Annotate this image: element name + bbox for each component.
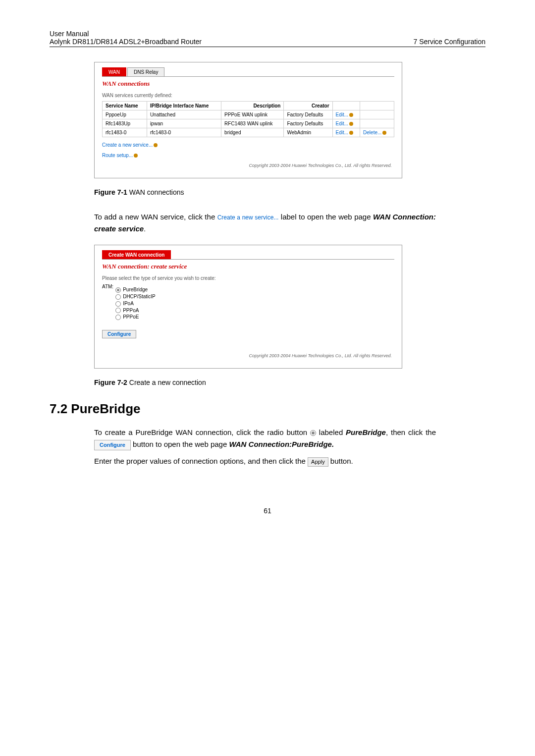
atm-option-label: PPPoE xyxy=(123,314,139,320)
table-cell xyxy=(360,119,394,128)
tab-dns-relay[interactable]: DNS Relay xyxy=(127,67,164,76)
p3-t2: button. xyxy=(328,457,353,465)
create-new-service-link[interactable]: Create a new service... xyxy=(102,142,153,148)
table-cell: rfc1483-0 xyxy=(103,128,147,137)
table-cell: Rfc1483Up xyxy=(103,119,147,128)
atm-option[interactable]: DHCP/StaticIP xyxy=(115,294,156,300)
atm-option-label: PureBridge xyxy=(123,287,148,292)
table-row: Rfc1483UpipwanRFC1483 WAN uplinkFactory … xyxy=(103,119,394,128)
copyright-text: Copyright 2003-2004 Huawei Technologies … xyxy=(249,163,392,168)
header-right: 7 Service Configuration xyxy=(413,38,485,46)
table-cell[interactable]: Edit... xyxy=(332,110,360,119)
link-icon xyxy=(349,113,353,117)
table-header-row: Service Name IP/Bridge Interface Name De… xyxy=(103,102,394,110)
table-cell: rfc1483-0 xyxy=(147,128,221,137)
table-cell: Factory Defaults xyxy=(284,119,332,128)
p1-pre: To add a new WAN service, click the xyxy=(94,213,217,221)
col-description: Description xyxy=(221,102,284,110)
atm-option[interactable]: PPPoE xyxy=(115,314,156,320)
col-creator: Creator xyxy=(284,102,332,110)
header-line1: User Manual xyxy=(50,30,202,38)
copyright-text-2: Copyright 2003-2004 Huawei Technologies … xyxy=(249,353,392,358)
radio-icon xyxy=(115,287,121,293)
col-edit xyxy=(332,102,360,110)
paragraph-2: To create a PureBridge WAN connection, c… xyxy=(94,427,436,450)
table-cell xyxy=(360,110,394,119)
tab-create-wan[interactable]: Create WAN connection xyxy=(102,250,171,259)
atm-option-label: PPPoA xyxy=(123,308,139,313)
paragraph-3: Enter the proper values of connection op… xyxy=(94,455,436,467)
p1-post: label to open the web page xyxy=(278,213,373,221)
radio-icon xyxy=(115,301,121,307)
p1-end: . xyxy=(144,224,146,233)
table-row: rfc1483-0rfc1483-0bridgedWebAdminEdit...… xyxy=(103,128,394,137)
col-interface-name: IP/Bridge Interface Name xyxy=(147,102,221,110)
paragraph-1: To add a new WAN service, click the Crea… xyxy=(94,211,436,235)
caption2-rest: Create a new connection xyxy=(127,378,206,386)
tab-row-2: Create WAN connection xyxy=(102,250,394,260)
p1-inline-link: Create a new service... xyxy=(217,214,279,221)
atm-label: ATM: xyxy=(102,284,113,321)
figure-7-1-caption: Figure 7-1 WAN connections xyxy=(94,188,485,196)
atm-option[interactable]: IPoA xyxy=(115,301,156,307)
tab-wan[interactable]: WAN xyxy=(102,67,126,76)
p2-t1: To create a PureBridge WAN connection, c… xyxy=(94,428,310,436)
figure-7-1-screenshot: WAN DNS Relay WAN connections WAN servic… xyxy=(94,62,402,178)
table-cell[interactable]: Edit... xyxy=(332,119,360,128)
p2-t3: , then click the xyxy=(386,428,436,436)
table-cell: RFC1483 WAN uplink xyxy=(221,119,284,128)
table-cell: Factory Defaults xyxy=(284,110,332,119)
col-delete xyxy=(360,102,394,110)
atm-options-list: PureBridgeDHCP/StaticIPIPoAPPPoAPPPoE xyxy=(115,286,156,321)
route-setup-link[interactable]: Route setup... xyxy=(102,153,133,158)
atm-option-label: DHCP/StaticIP xyxy=(123,294,156,299)
create-service-prompt: Please select the type of service you wi… xyxy=(102,275,394,281)
table-cell: WebAdmin xyxy=(284,128,332,137)
radio-selected-icon xyxy=(310,430,316,436)
p2-em2: WAN Connection:PureBridge. xyxy=(229,440,334,448)
radio-icon xyxy=(115,294,121,300)
col-service-name: Service Name xyxy=(103,102,147,110)
table-cell: PPPoE WAN uplink xyxy=(221,110,284,119)
caption-rest: WAN connections xyxy=(127,188,184,196)
table-cell: Unattached xyxy=(147,110,221,119)
link-icon xyxy=(382,131,386,135)
page-number: 61 xyxy=(50,507,485,515)
wan-services-table: Service Name IP/Bridge Interface Name De… xyxy=(102,101,394,137)
table-cell[interactable]: Delete... xyxy=(360,128,394,137)
figure-7-2-caption: Figure 7-2 Create a new connection xyxy=(94,378,485,386)
atm-option[interactable]: PPPoA xyxy=(115,308,156,314)
configure-button[interactable]: Configure xyxy=(102,330,136,338)
table-cell: ipwan xyxy=(147,119,221,128)
table-cell: PppoeUp xyxy=(103,110,147,119)
wan-connections-title: WAN connections xyxy=(102,80,394,88)
section-7-2-heading: 7.2 PureBridge xyxy=(50,401,485,417)
page-header: User Manual Aolynk DR811/DR814 ADSL2+Bro… xyxy=(50,30,485,47)
p2-t2: labeled xyxy=(316,428,346,436)
figure-7-2-screenshot: Create WAN connection WAN connection: cr… xyxy=(94,245,402,369)
inline-configure-button: Configure xyxy=(94,440,131,451)
wan-subtitle: WAN services currently defined: xyxy=(102,93,394,98)
p2-em1: PureBridge xyxy=(346,428,386,436)
header-line2: Aolynk DR811/DR814 ADSL2+Broadband Route… xyxy=(50,38,202,46)
caption2-bold: Figure 7-2 xyxy=(94,378,127,386)
link-icon xyxy=(154,143,158,147)
table-row: PppoeUpUnattachedPPPoE WAN uplinkFactory… xyxy=(103,110,394,119)
link-icon xyxy=(349,122,353,126)
atm-option[interactable]: PureBridge xyxy=(115,287,156,293)
radio-icon xyxy=(115,308,121,313)
p3-t1: Enter the proper values of connection op… xyxy=(94,457,308,465)
tab-row: WAN DNS Relay xyxy=(102,67,394,77)
link-icon xyxy=(349,131,353,135)
table-cell: bridged xyxy=(221,128,284,137)
table-cell[interactable]: Edit... xyxy=(332,128,360,137)
radio-icon xyxy=(115,315,121,320)
p2-t4: button to open the web page xyxy=(131,440,229,448)
caption-bold: Figure 7-1 xyxy=(94,188,127,196)
inline-apply-button: Apply xyxy=(308,457,328,467)
link-icon xyxy=(134,154,138,158)
atm-option-label: IPoA xyxy=(123,301,134,306)
create-service-title: WAN connection: create service xyxy=(102,263,394,270)
